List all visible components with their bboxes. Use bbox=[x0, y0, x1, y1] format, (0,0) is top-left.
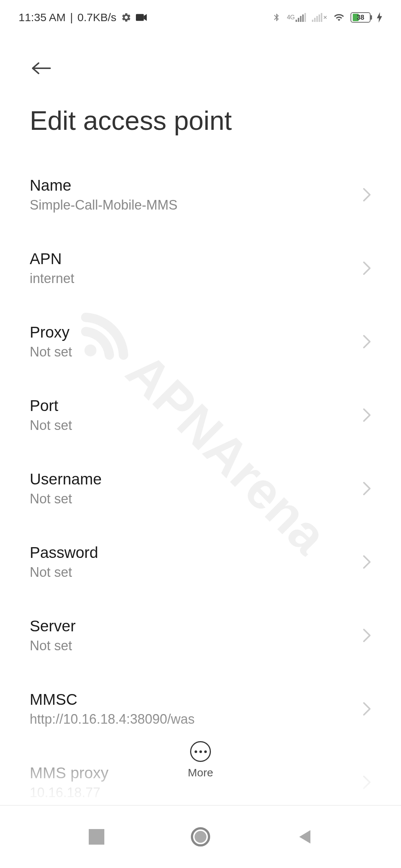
page-title: Edit access point bbox=[30, 105, 371, 136]
arrow-left-icon bbox=[30, 61, 52, 76]
more-icon bbox=[190, 741, 211, 762]
setting-password[interactable]: Password Not set bbox=[30, 525, 371, 599]
setting-label: MMSC bbox=[30, 691, 362, 708]
chevron-right-icon bbox=[362, 334, 371, 349]
status-separator: | bbox=[70, 11, 73, 24]
setting-label: Password bbox=[30, 544, 362, 562]
chevron-right-icon bbox=[362, 187, 371, 202]
more-label: More bbox=[188, 766, 213, 779]
chevron-right-icon bbox=[362, 481, 371, 496]
setting-name[interactable]: Name Simple-Call-Mobile-MMS bbox=[30, 158, 371, 231]
status-bar: 11:35 AM | 0.7KB/s 4G bbox=[0, 0, 401, 31]
gear-icon bbox=[121, 12, 131, 23]
charging-icon bbox=[376, 12, 382, 23]
battery-icon: 38 bbox=[351, 12, 371, 23]
setting-value: Not set bbox=[30, 565, 362, 580]
chevron-right-icon bbox=[362, 701, 371, 716]
setting-proxy[interactable]: Proxy Not set bbox=[30, 305, 371, 378]
setting-port[interactable]: Port Not set bbox=[30, 378, 371, 452]
setting-label: Name bbox=[30, 177, 362, 194]
svg-rect-1 bbox=[136, 14, 144, 21]
bluetooth-icon bbox=[272, 12, 281, 23]
setting-username[interactable]: Username Not set bbox=[30, 452, 371, 525]
chevron-right-icon bbox=[362, 628, 371, 643]
setting-label: Proxy bbox=[30, 323, 362, 341]
more-button[interactable]: More bbox=[0, 741, 401, 779]
setting-value: Not set bbox=[30, 418, 362, 433]
setting-value: internet bbox=[30, 271, 362, 286]
signal2-icon: ✕ bbox=[312, 13, 327, 22]
status-data-rate: 0.7KB/s bbox=[78, 11, 117, 24]
triangle-left-icon bbox=[297, 829, 312, 845]
setting-apn[interactable]: APN internet bbox=[30, 231, 371, 305]
signal1-icon: 4G bbox=[287, 13, 306, 22]
chevron-right-icon bbox=[362, 408, 371, 423]
wifi-icon bbox=[333, 13, 345, 22]
setting-value: Simple-Call-Mobile-MMS bbox=[30, 197, 362, 213]
camera-icon bbox=[136, 13, 148, 22]
setting-mmsc[interactable]: MMSC http://10.16.18.4:38090/was bbox=[30, 672, 371, 746]
setting-label: APN bbox=[30, 250, 362, 268]
setting-value: 10.16.18.77 bbox=[30, 785, 362, 800]
setting-value: Not set bbox=[30, 638, 362, 654]
nav-recents-button[interactable] bbox=[82, 822, 111, 852]
setting-label: Port bbox=[30, 397, 362, 415]
setting-label: Server bbox=[30, 617, 362, 635]
square-icon bbox=[89, 829, 104, 845]
back-button[interactable] bbox=[30, 61, 52, 76]
navigation-bar bbox=[0, 805, 401, 868]
setting-label: Username bbox=[30, 470, 362, 488]
setting-value: Not set bbox=[30, 344, 362, 360]
setting-server[interactable]: Server Not set bbox=[30, 599, 371, 672]
status-time: 11:35 AM bbox=[19, 11, 66, 24]
setting-value: http://10.16.18.4:38090/was bbox=[30, 711, 362, 727]
nav-back-button[interactable] bbox=[290, 822, 319, 852]
setting-value: Not set bbox=[30, 491, 362, 507]
nav-home-button[interactable] bbox=[186, 822, 215, 852]
chevron-right-icon bbox=[362, 261, 371, 276]
circle-icon bbox=[191, 827, 210, 846]
chevron-right-icon bbox=[362, 555, 371, 569]
